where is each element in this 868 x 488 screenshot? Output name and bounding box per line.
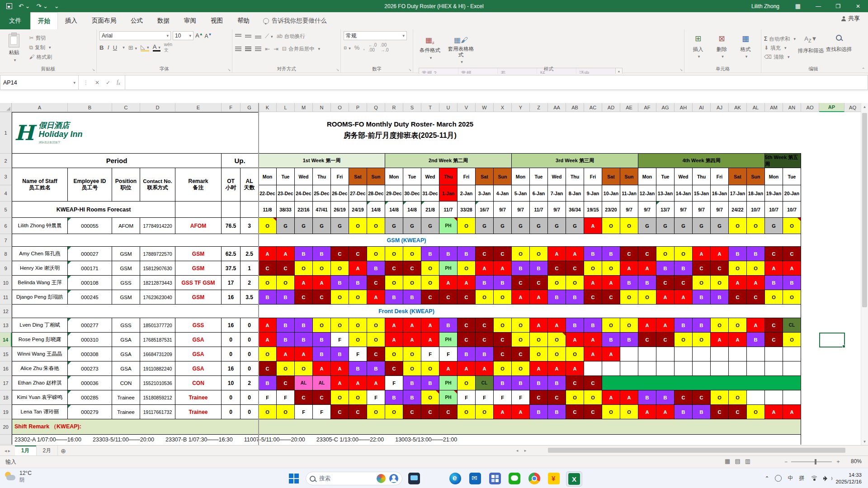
shift-cell[interactable]: B [458,347,476,361]
shift-cell[interactable]: AL [313,376,331,390]
shift-cell[interactable]: C [458,333,476,347]
shift-cell[interactable]: C [259,261,277,276]
date-header[interactable]: 20-Jan [783,185,801,202]
shift-cell[interactable]: A [476,261,494,276]
day-header[interactable]: Sun [747,168,765,185]
day-header[interactable]: Tue [403,168,421,185]
date-header[interactable]: 25-Dec [313,185,331,202]
staff-remark[interactable]: GSM [175,261,222,276]
paste-button[interactable]: 粘贴▾ [3,31,25,65]
shift-cell[interactable]: B [403,390,421,405]
shift-cell[interactable]: C [476,318,494,333]
normal-view-icon[interactable]: ▦ [725,458,730,465]
shift-cell[interactable]: O [403,247,421,261]
shift-cell[interactable]: C [367,347,385,361]
forecast-cell[interactable]: 26/19 [331,202,349,218]
shift-cell[interactable]: O [711,390,729,405]
shift-cell[interactable]: O [711,276,729,290]
shift-cell[interactable]: B [458,247,476,261]
date-header[interactable]: 7-Jan [548,185,566,202]
shift-cell[interactable]: B [548,376,566,390]
staff-name[interactable]: Kimi Yuan 袁宇嵘鸣 [12,390,68,405]
shift-cell[interactable] [675,361,693,376]
shift-cell[interactable]: G [675,218,693,234]
shift-cell[interactable]: O [367,333,385,347]
day-header[interactable]: Mon [259,168,277,185]
staff-position[interactable]: CON [112,376,140,390]
staff-ot[interactable]: 0 [222,347,241,361]
menu-tab-公式[interactable]: 公式 [123,12,150,29]
shift-cell[interactable]: O [385,405,403,419]
shift-cell[interactable]: F [277,390,295,405]
shift-cell[interactable]: B [675,405,693,419]
shift-cell[interactable]: A [403,318,421,333]
share-button[interactable]: 共享 [841,14,860,23]
menu-tab-帮助[interactable]: 帮助 [230,12,257,29]
staff-position[interactable]: Trainee [112,405,140,419]
cut-button[interactable]: ✂剪切 [29,34,52,42]
shift-cell[interactable]: B [331,276,349,290]
day-header[interactable]: Tue [530,168,548,185]
shift-cell[interactable]: B [349,276,367,290]
row-header-5[interactable]: 5 [0,202,12,218]
column-header-B[interactable]: B [68,103,112,112]
number-format-select[interactable]: 常规▾ [344,31,407,40]
shift-cell[interactable]: B [403,376,421,390]
shift-cell[interactable]: O [349,218,367,234]
shift-cell[interactable] [675,347,693,361]
taskbar-icon-widget[interactable] [406,471,422,486]
tell-me-box[interactable]: 告诉我你想要做什么 [257,12,333,29]
day-header[interactable]: Thu [439,168,458,185]
sheet-tab-2月[interactable]: 2月 [37,446,58,456]
shift-cell[interactable]: C [458,290,476,305]
shift-cell[interactable]: O [783,290,801,305]
menu-tab-数据[interactable]: 数据 [150,12,177,29]
staff-al[interactable]: 0 [241,390,259,405]
shift-cell[interactable]: C [693,261,711,276]
underline-button[interactable]: U [113,44,117,51]
row-header-3[interactable]: 3 [0,168,12,185]
shift-cell[interactable]: B [277,290,295,305]
shift-cell[interactable]: C [439,290,458,305]
shift-cell[interactable]: O [421,361,439,376]
shift-cell[interactable] [602,361,620,376]
shift-cell[interactable]: C [566,405,584,419]
taskbar-icon-wechat[interactable] [507,471,522,486]
forecast-cell[interactable]: 10/7 [765,202,783,218]
day-header[interactable]: Tue [656,168,675,185]
row-header-10[interactable]: 10 [0,276,12,290]
horizontal-scrollbar[interactable]: ◂ ▸ [513,447,858,454]
shift-cell[interactable]: O [638,290,656,305]
date-header[interactable]: 19-Jan [765,185,783,202]
shift-band[interactable] [602,376,801,390]
shift-cell[interactable]: C [512,276,530,290]
redo-icon[interactable]: ↷ ⌄ [36,3,47,9]
row-header-16[interactable]: 16 [0,361,12,376]
shift-cell[interactable]: O [602,218,620,234]
day-header[interactable]: Wed [421,168,439,185]
date-header[interactable]: 31-Dec [421,185,439,202]
shift-cell[interactable]: A [620,261,638,276]
save-icon[interactable] [6,3,12,9]
row-header-18[interactable]: 18 [0,390,12,405]
merge-center-button[interactable]: ⊟合并后居中▾ [282,45,320,53]
forecast-cell[interactable]: 9/7 [675,202,693,218]
staff-ot[interactable]: 16 [222,318,241,333]
shift-cell[interactable]: G [421,218,439,234]
shift-cell[interactable]: PH [439,333,458,347]
forecast-cell[interactable]: 9/7 [548,202,566,218]
column-header-O[interactable]: O [331,103,349,112]
column-header-S[interactable]: S [403,103,421,112]
shift-cell[interactable]: G [765,218,783,234]
shift-cell[interactable]: B [530,405,548,419]
scroll-down-icon[interactable]: ▼ [861,438,868,445]
shift-cell[interactable]: A [765,261,783,276]
weather-widget[interactable]: 12°C阴 [5,470,32,483]
shift-cell[interactable]: B [530,261,548,276]
staff-remark[interactable]: AFOM [175,218,222,234]
shift-cell[interactable] [765,347,783,361]
shift-cell[interactable]: O [421,390,439,405]
shift-cell[interactable] [711,347,729,361]
shift-cell[interactable]: C [476,247,494,261]
staff-position[interactable]: GSM [112,261,140,276]
